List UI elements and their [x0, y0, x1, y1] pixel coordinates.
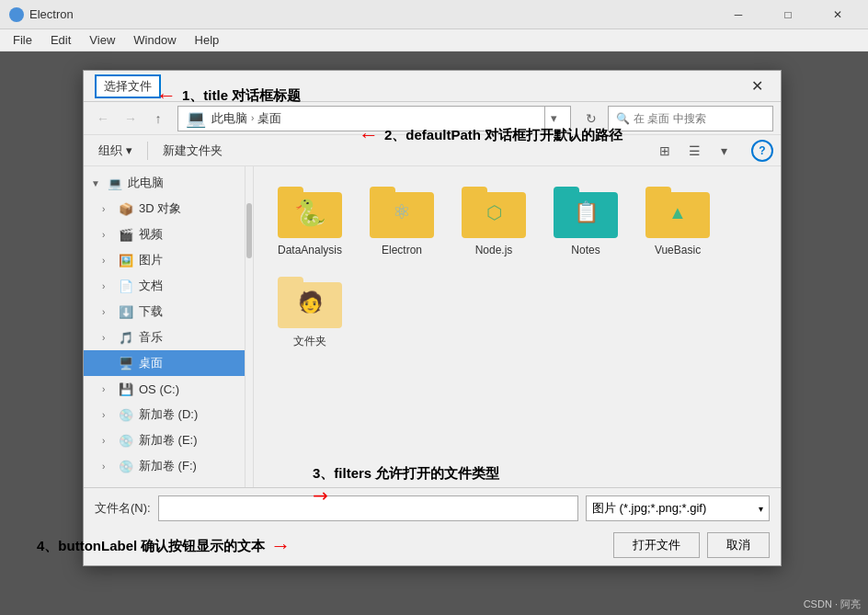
- sidebar-item-doc[interactable]: › 📄 文档: [84, 273, 245, 299]
- address-part-2: 桌面: [257, 110, 281, 127]
- sidebar-label-f: 新加卷 (F:): [139, 458, 197, 474]
- this-pc-icon: 💻: [108, 177, 122, 190]
- help-button[interactable]: ?: [751, 140, 773, 162]
- file-item-notes[interactable]: 📋 Notes: [544, 181, 627, 262]
- nav-forward-button[interactable]: →: [119, 107, 143, 131]
- os-c-icon: 💾: [119, 382, 133, 396]
- address-dropdown[interactable]: ▾: [544, 106, 563, 131]
- folder-overlay-wj: 🧑: [291, 284, 328, 321]
- expand-icon-c: ›: [102, 384, 113, 394]
- sidebar-label-c: OS (C:): [139, 382, 179, 396]
- folder-icon-nodejs: ⬡: [462, 187, 526, 238]
- address-label-pc: 此电脑: [211, 110, 247, 127]
- dialog-close-button[interactable]: ✕: [744, 74, 770, 99]
- sidebar-item-this-pc[interactable]: ▼ 💻 此电脑: [84, 170, 245, 196]
- sidebar-item-desktop[interactable]: 🖥️ 桌面: [84, 350, 245, 376]
- cancel-button[interactable]: 取消: [707, 532, 770, 558]
- menu-bar: File Edit View Window Help: [0, 29, 868, 51]
- address-part-1: 此电脑 ›: [211, 110, 254, 127]
- expand-icon-dl: ›: [102, 307, 113, 317]
- menu-view[interactable]: View: [80, 31, 124, 49]
- sidebar-scrollbar[interactable]: [246, 166, 253, 487]
- dialog-title: 选择文件: [95, 74, 161, 98]
- folder-body: 🐍: [278, 192, 342, 238]
- filetype-select[interactable]: 图片 (*.jpg;*.png;*.gif) ▾: [586, 495, 770, 521]
- filetype-label: 图片 (*.jpg;*.png;*.gif): [592, 500, 706, 517]
- minimize-button[interactable]: ─: [717, 0, 760, 29]
- sidebar-item-video[interactable]: › 🎬 视频: [84, 222, 245, 247]
- sidebar-label-d: 新加卷 (D:): [139, 406, 198, 423]
- folder-overlay-vue: ▲: [659, 194, 696, 231]
- filename-input[interactable]: [158, 495, 578, 521]
- sidebar-label-3d: 3D 对象: [139, 200, 181, 217]
- file-name-data-analysis: DataAnalysis: [278, 244, 342, 256]
- sidebar-label-pc: 此电脑: [128, 175, 164, 191]
- new-folder-button[interactable]: 新建文件夹: [155, 138, 230, 164]
- sidebar-item-3d[interactable]: › 📦 3D 对象: [84, 196, 245, 222]
- view-dropdown[interactable]: ▾: [711, 138, 737, 164]
- expand-icon-video: ›: [102, 230, 113, 240]
- sidebar-item-disk-e[interactable]: › 💿 新加卷 (E:): [84, 427, 245, 453]
- sidebar-scrollbar-thumb[interactable]: [246, 203, 252, 258]
- folder-icon-electron: ⚛: [370, 187, 434, 238]
- menu-edit[interactable]: Edit: [41, 31, 80, 49]
- address-bar[interactable]: 💻 此电脑 › 桌面 ▾: [177, 106, 571, 131]
- view-icon-2[interactable]: ☰: [681, 138, 707, 164]
- search-input[interactable]: [634, 112, 765, 125]
- file-item-data-analysis[interactable]: 🐍 DataAnalysis: [268, 181, 351, 262]
- file-name-electron: Electron: [382, 244, 422, 256]
- dialog-actions: 打开文件 取消: [84, 529, 781, 565]
- file-item-nodejs[interactable]: ⬡ Node.js: [452, 181, 535, 262]
- sidebar-item-download[interactable]: › ⬇️ 下载: [84, 299, 245, 325]
- maximize-button[interactable]: □: [767, 0, 809, 29]
- disk-e-icon: 💿: [119, 434, 133, 448]
- folder-icon-data-analysis: 🐍: [278, 187, 342, 238]
- filetype-chevron: ▾: [759, 504, 763, 514]
- menu-window[interactable]: Window: [124, 31, 185, 49]
- sidebar-item-disk-d[interactable]: › 💿 新加卷 (D:): [84, 402, 245, 427]
- nav-bar: ← → ↑ 💻 此电脑 › 桌面 ▾ ↻: [84, 102, 781, 135]
- 3d-icon: 📦: [119, 202, 133, 216]
- app-title: Electron: [29, 7, 74, 21]
- sidebar-item-music[interactable]: › 🎵 音乐: [84, 325, 245, 350]
- search-box[interactable]: 🔍: [608, 106, 773, 131]
- expand-icon-e: ›: [102, 436, 113, 446]
- file-item-wenjian[interactable]: 🧑 文件夹: [268, 271, 351, 355]
- expand-icon-pic: ›: [102, 256, 113, 266]
- sidebar-label-pic: 图片: [139, 252, 163, 268]
- refresh-button[interactable]: ↻: [578, 106, 604, 131]
- menu-help[interactable]: Help: [186, 31, 229, 49]
- sidebar-item-picture[interactable]: › 🖼️ 图片: [84, 247, 245, 273]
- watermark: CSDN · 阿亮: [804, 598, 861, 611]
- pc-icon: 💻: [186, 108, 206, 129]
- file-item-electron[interactable]: ⚛ Electron: [360, 181, 443, 262]
- folder-body-el: ⚛: [370, 192, 434, 238]
- close-button[interactable]: ✕: [817, 0, 859, 29]
- dialog-bottom: 文件名(N): 图片 (*.jpg;*.png;*.gif) ▾: [84, 487, 781, 529]
- vue-icon: ▲: [668, 202, 687, 223]
- address-label-desktop: 桌面: [257, 110, 281, 127]
- title-bar-controls: ─ □ ✕: [717, 0, 859, 29]
- sidebar: ▼ 💻 此电脑 › 📦 3D 对象: [84, 166, 246, 487]
- search-icon: 🔍: [616, 112, 630, 125]
- video-icon: 🎬: [119, 228, 133, 242]
- sidebar-label-music: 音乐: [139, 329, 163, 346]
- sidebar-label-doc: 文档: [139, 278, 163, 294]
- open-file-button[interactable]: 打开文件: [613, 532, 700, 558]
- disk-f-icon: 💿: [119, 460, 133, 473]
- folder-overlay: 🐍: [291, 194, 328, 231]
- view-icon-1[interactable]: ⊞: [652, 138, 678, 164]
- organize-button[interactable]: 组织 ▾: [91, 138, 140, 164]
- menu-file[interactable]: File: [4, 31, 41, 49]
- sidebar-item-disk-f[interactable]: › 💿 新加卷 (F:): [84, 453, 245, 479]
- nav-up-button[interactable]: ↑: [146, 107, 170, 131]
- desktop-icon: 🖥️: [119, 357, 133, 370]
- file-item-vuebasic[interactable]: ▲ VueBasic: [636, 181, 719, 262]
- sidebar-item-os-c[interactable]: › 💾 OS (C:): [84, 376, 245, 402]
- toolbar: 组织 ▾ 新建文件夹 ⊞ ☰ ▾ ?: [84, 135, 781, 166]
- folder-overlay-el: ⚛: [383, 194, 420, 231]
- nav-back-button[interactable]: ←: [91, 107, 115, 131]
- folder-body-wj: 🧑: [278, 282, 342, 328]
- file-name-notes: Notes: [571, 244, 600, 256]
- folder-icon-notes: 📋: [554, 187, 618, 238]
